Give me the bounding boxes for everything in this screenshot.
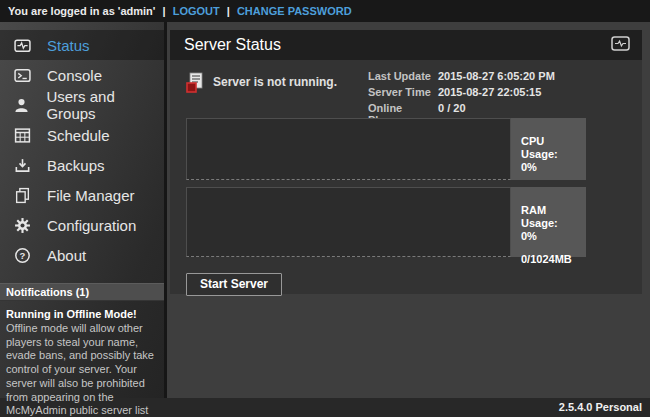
status-row: Server is not running. Last Update 2015-… xyxy=(186,70,626,118)
sidebar-item-status[interactable]: Status xyxy=(0,30,164,60)
cpu-usage-chart xyxy=(186,118,511,180)
server-status: Server is not running. xyxy=(186,70,368,118)
sidebar-item-users-and-groups[interactable]: Users and Groups xyxy=(0,90,164,120)
info-value: 2015-08-27 6:05:20 PM xyxy=(438,70,620,86)
about-icon: ? xyxy=(13,246,31,264)
sidebar-item-console[interactable]: Console xyxy=(0,60,164,90)
panel-header: Server Status xyxy=(170,30,642,60)
info-value: 2015-08-27 22:05:15 xyxy=(438,86,620,102)
logout-link[interactable]: LOGOUT xyxy=(173,5,220,17)
notification-body: Offline mode will allow other players to… xyxy=(6,322,157,417)
sidebar-item-schedule[interactable]: Schedule xyxy=(0,120,164,150)
start-server-button[interactable]: Start Server xyxy=(186,273,282,296)
sidebar-item-label: About xyxy=(47,247,86,264)
info-row: Last Update 2015-08-27 6:05:20 PM xyxy=(368,70,620,86)
ram-usage-label: RAM Usage: xyxy=(521,204,582,230)
sidebar-item-label: Configuration xyxy=(47,217,136,234)
login-status-text: You are logged in as 'admin' xyxy=(8,5,155,17)
topbar: You are logged in as 'admin' | LOGOUT | … xyxy=(0,0,650,22)
main-area: Server Status Server is not running. xyxy=(167,22,650,398)
users-icon xyxy=(13,96,30,114)
ram-usage-detail: 0/1024MB xyxy=(521,253,582,266)
version-label: 2.5.4.0 Personal xyxy=(559,401,642,413)
backups-icon xyxy=(13,156,31,174)
change-password-link[interactable]: CHANGE PASSWORD xyxy=(237,5,352,17)
content-area: Status Console Users and Groups Schedule xyxy=(0,22,650,398)
ram-usage-row: RAM Usage: 0% 0/1024MB xyxy=(186,187,586,257)
sidebar-item-label: File Manager xyxy=(47,187,135,204)
notification-title: Running in Offline Mode! xyxy=(6,308,157,322)
server-stopped-icon xyxy=(186,72,204,98)
sidebar-item-label: Users and Groups xyxy=(46,88,164,122)
sidebar-item-backups[interactable]: Backups xyxy=(0,150,164,180)
ram-usage-value: 0% xyxy=(521,230,582,243)
schedule-icon xyxy=(13,126,31,144)
sidebar-nav: Status Console Users and Groups Schedule xyxy=(0,22,164,270)
server-status-panel: Server Status Server is not running. xyxy=(170,30,642,294)
status-icon xyxy=(13,36,31,54)
svg-text:?: ? xyxy=(19,249,25,260)
server-status-message: Server is not running. xyxy=(213,75,337,89)
notifications-panel: Notifications (1) Running in Offline Mod… xyxy=(0,283,164,417)
sidebar-item-label: Status xyxy=(47,37,90,54)
panel-body: Server is not running. Last Update 2015-… xyxy=(170,60,642,294)
notifications-header: Notifications (1) xyxy=(0,283,164,301)
sidebar-item-label: Schedule xyxy=(47,127,110,144)
sidebar: Status Console Users and Groups Schedule xyxy=(0,22,167,398)
info-label: Last Update xyxy=(368,70,438,86)
cpu-usage-label: CPU Usage: xyxy=(521,135,582,161)
page-title: Server Status xyxy=(184,36,281,54)
console-icon xyxy=(13,66,31,84)
cpu-usage-row: CPU Usage: 0% xyxy=(186,118,586,180)
ram-usage-box: RAM Usage: 0% 0/1024MB xyxy=(511,187,586,257)
separator: | xyxy=(227,5,230,17)
sidebar-item-configuration[interactable]: Configuration xyxy=(0,210,164,240)
sidebar-item-about[interactable]: ? About xyxy=(0,240,164,270)
separator: | xyxy=(163,5,166,17)
cpu-usage-value: 0% xyxy=(521,161,582,174)
ram-usage-chart xyxy=(186,187,511,257)
info-row: Server Time 2015-08-27 22:05:15 xyxy=(368,86,620,102)
notification-item: Running in Offline Mode! Offline mode wi… xyxy=(0,301,164,417)
sidebar-item-label: Backups xyxy=(47,157,105,174)
sidebar-item-file-manager[interactable]: File Manager xyxy=(0,180,164,210)
cpu-usage-box: CPU Usage: 0% xyxy=(511,118,586,180)
info-label: Server Time xyxy=(368,86,438,102)
sidebar-item-label: Console xyxy=(47,67,102,84)
file-manager-icon xyxy=(13,186,31,204)
activity-monitor-icon xyxy=(611,36,630,55)
configuration-icon xyxy=(13,216,31,234)
